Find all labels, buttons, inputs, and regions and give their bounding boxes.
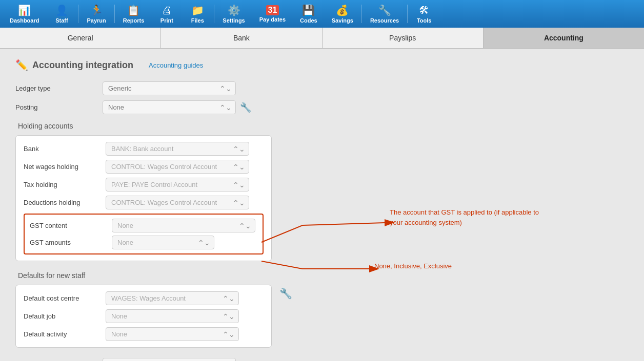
cash-rounding-row: Cash rounding None ⌃⌄	[15, 358, 629, 361]
gst-amounts-annotation: None, Inclusive, Exclusive	[374, 261, 452, 271]
staff-icon: 👤	[55, 4, 68, 16]
default-activity-select-wrap: None ⌃⌄	[106, 327, 239, 341]
defaults-box: Default cost centre WAGES: Wages Account…	[15, 285, 272, 348]
nav-tools[interactable]: 🛠 Tools	[409, 0, 439, 28]
nav-reports-label: Reports	[123, 17, 145, 24]
content-area: ✏️ Accounting integration Accounting gui…	[0, 49, 644, 361]
section-title: Accounting integration	[32, 60, 133, 71]
payrun-icon: 🏃	[90, 4, 103, 16]
bank-select-wrap: BANK: Bank account ⌃⌄	[106, 142, 249, 156]
ledger-type-row: Ledger type Generic Xero MYOB QuickBooks…	[15, 81, 629, 95]
codes-icon: 💾	[302, 4, 315, 16]
nav-settings-label: Settings	[223, 17, 245, 24]
nav-print[interactable]: 🖨 Print	[151, 0, 182, 28]
gst-content-annotation: The account that GST is applied to (if a…	[390, 207, 549, 227]
tab-general[interactable]: General	[0, 28, 161, 48]
posting-label: Posting	[15, 103, 103, 111]
deductions-holding-row: Deductions holding CONTROL: Wages Contro…	[24, 196, 264, 209]
bank-row: Bank BANK: Bank account ⌃⌄	[24, 142, 264, 156]
nav-staff[interactable]: 👤 Staff	[46, 0, 77, 28]
nav-savings-label: Savings	[332, 17, 353, 24]
deductions-holding-select-wrap: CONTROL: Wages Control Account ⌃⌄	[106, 196, 249, 209]
dashboard-icon: 📊	[18, 4, 31, 16]
nav-dashboard-label: Dashboard	[10, 17, 39, 24]
resources-icon: 🔧	[378, 4, 391, 16]
defaults-title: Defaults for new staff	[15, 271, 629, 280]
tools-icon: 🛠	[419, 5, 429, 16]
section-header: ✏️ Accounting integration Accounting gui…	[15, 59, 629, 71]
ledger-type-select-wrap: Generic Xero MYOB QuickBooks ⌃⌄	[103, 81, 236, 95]
net-wages-holding-row: Net wages holding CONTROL: Wages Control…	[24, 160, 264, 174]
net-wages-holding-select[interactable]: CONTROL: Wages Control Account	[106, 160, 249, 174]
default-activity-row: Default activity None ⌃⌄	[24, 327, 264, 341]
tabs-bar: General Bank Payslips Accounting	[0, 28, 644, 49]
nav-divider-5	[407, 5, 408, 23]
tax-holding-select[interactable]: PAYE: PAYE Control Account	[106, 178, 249, 192]
bank-select[interactable]: BANK: Bank account	[106, 142, 249, 156]
gst-content-select[interactable]: None	[112, 219, 255, 232]
gst-content-select-wrap: None ⌃⌄	[112, 219, 255, 232]
ledger-type-select[interactable]: Generic Xero MYOB QuickBooks	[103, 81, 236, 95]
nav-pay-dates-label: Pay dates	[259, 16, 286, 23]
print-icon: 🖨	[162, 5, 172, 16]
net-wages-holding-label: Net wages holding	[24, 163, 106, 171]
nav-staff-label: Staff	[55, 17, 68, 24]
nav-files-label: Files	[191, 17, 204, 24]
nav-settings[interactable]: ⚙️ Settings	[215, 0, 252, 28]
nav-divider-4	[361, 5, 362, 23]
nav-print-label: Print	[160, 17, 173, 24]
savings-icon: 💰	[336, 4, 349, 16]
nav-payrun-label: Payrun	[87, 17, 106, 24]
cash-rounding-select-wrap: None ⌃⌄	[103, 358, 236, 361]
default-activity-select[interactable]: None	[106, 327, 239, 341]
nav-tools-label: Tools	[417, 17, 432, 24]
deductions-holding-select[interactable]: CONTROL: Wages Control Account	[106, 196, 249, 209]
nav-resources[interactable]: 🔧 Resources	[363, 0, 406, 28]
gst-content-label: GST content	[30, 222, 112, 229]
nav-codes[interactable]: 💾 Codes	[293, 0, 325, 28]
nav-resources-label: Resources	[370, 17, 399, 24]
default-job-select-wrap: None ⌃⌄	[106, 309, 239, 323]
defaults-section: Defaults for new staff Default cost cent…	[15, 271, 629, 348]
tab-payslips[interactable]: Payslips	[323, 28, 484, 48]
edit-icon: ✏️	[15, 59, 28, 71]
gst-amounts-select[interactable]: None Inclusive Exclusive	[112, 236, 214, 249]
nav-pay-dates[interactable]: 31 Pay dates	[252, 0, 293, 28]
defaults-wrench-icon[interactable]: 🔧	[279, 287, 292, 300]
cash-rounding-select[interactable]: None	[103, 358, 236, 361]
files-icon: 📁	[191, 4, 204, 16]
gst-amounts-row: GST amounts None Inclusive Exclusive ⌃⌄	[30, 236, 257, 249]
default-cost-centre-label: Default cost centre	[24, 294, 106, 302]
nav-dashboard[interactable]: 📊 Dashboard	[3, 0, 46, 28]
posting-row: Posting None Auto Manual ⌃⌄ 🔧	[15, 100, 629, 114]
nav-divider-1	[78, 5, 78, 23]
tax-holding-select-wrap: PAYE: PAYE Control Account ⌃⌄	[106, 178, 249, 192]
posting-select-wrap: None Auto Manual ⌃⌄	[103, 100, 236, 114]
default-job-select[interactable]: None	[106, 309, 239, 323]
nav-savings[interactable]: 💰 Savings	[325, 0, 360, 28]
default-cost-centre-row: Default cost centre WAGES: Wages Account…	[24, 291, 264, 305]
holding-accounts-section: Holding accounts Bank BANK: Bank account…	[15, 122, 629, 261]
top-navigation: 📊 Dashboard 👤 Staff 🏃 Payrun 📋 Reports 🖨…	[0, 0, 644, 28]
default-job-row: Default job None ⌃⌄	[24, 309, 264, 323]
default-cost-centre-select-wrap: WAGES: Wages Account ⌃⌄	[106, 291, 239, 305]
tab-bank[interactable]: Bank	[161, 28, 322, 48]
tab-accounting[interactable]: Accounting	[484, 28, 644, 48]
nav-divider-2	[114, 5, 115, 23]
nav-codes-label: Codes	[300, 17, 317, 24]
posting-wrench-icon[interactable]: 🔧	[240, 102, 251, 113]
pay-dates-icon: 31	[266, 5, 279, 15]
posting-select[interactable]: None Auto Manual	[103, 100, 236, 114]
nav-reports[interactable]: 📋 Reports	[116, 0, 152, 28]
ledger-type-label: Ledger type	[15, 84, 103, 92]
reports-icon: 📋	[127, 4, 140, 16]
default-activity-label: Default activity	[24, 330, 106, 338]
nav-payrun[interactable]: 🏃 Payrun	[79, 0, 113, 28]
holding-accounts-box: Bank BANK: Bank account ⌃⌄ Net wages hol…	[15, 135, 272, 261]
nav-divider-3	[214, 5, 214, 23]
deductions-holding-label: Deductions holding	[24, 199, 106, 206]
nav-files[interactable]: 📁 Files	[182, 0, 213, 28]
tax-holding-row: Tax holding PAYE: PAYE Control Account ⌃…	[24, 178, 264, 192]
default-cost-centre-select[interactable]: WAGES: Wages Account	[106, 291, 239, 305]
accounting-guides-link[interactable]: Accounting guides	[149, 61, 203, 69]
